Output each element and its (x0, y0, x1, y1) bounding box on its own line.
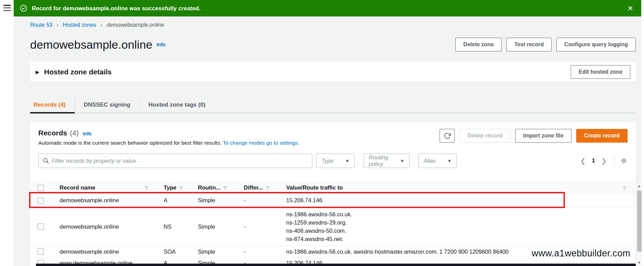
refresh-button[interactable] (440, 129, 455, 143)
chevron-right-icon: › (100, 22, 102, 28)
banner-message: Record for demowebsample.online was succ… (32, 5, 201, 12)
page-header: demowebsample.online Info Delete zone Te… (30, 38, 636, 51)
page-title: demowebsample.online (30, 38, 152, 51)
records-card: Records (4) Info Automatic mode is the c… (30, 122, 636, 266)
filter-column-icon[interactable]: ▽ (623, 185, 626, 190)
column-routing-policy[interactable]: Routin... (198, 184, 220, 191)
check-circle-icon (20, 4, 27, 12)
tab-dnssec-signing[interactable]: DNSSEC signing (75, 97, 139, 113)
hamburger-menu-icon[interactable] (3, 5, 11, 11)
page-info-link[interactable]: Info (156, 42, 165, 47)
alias-filter-dropdown[interactable]: Alias ▼ (418, 154, 457, 168)
records-header: Records (4) Info Automatic mode is the c… (30, 122, 636, 146)
table-row[interactable]: demowebsample.online A Simple - 15.206.7… (30, 194, 636, 207)
success-banner: Record for demowebsample.online was succ… (14, 0, 641, 16)
filter-records-input[interactable] (52, 158, 308, 164)
row-checkbox[interactable] (38, 197, 44, 204)
records-info-link[interactable]: Info (83, 131, 92, 136)
column-value[interactable]: Value/Route traffic to (286, 184, 343, 191)
main-area: Record for demowebsample.online was succ… (14, 0, 641, 266)
configure-query-logging-button[interactable]: Configure query logging (556, 38, 636, 51)
breadcrumb-hosted-zones[interactable]: Hosted zones (63, 22, 96, 28)
scrollbar-thumb[interactable] (637, 191, 642, 252)
records-actions: Delete record Import zone file Create re… (440, 129, 636, 143)
tab-hosted-zone-tags[interactable]: Hosted zone tags (0) (140, 97, 214, 113)
delete-zone-button[interactable]: Delete zone (455, 38, 502, 51)
tabs: Records (4) DNSSEC signing Hosted zone t… (30, 97, 636, 113)
route53-hosted-zone-page: Record for demowebsample.online was succ… (0, 0, 644, 266)
page-number[interactable]: 1 (592, 157, 595, 164)
sort-icon[interactable]: ▽ (145, 185, 148, 190)
create-record-button[interactable]: Create record (576, 129, 628, 143)
chevron-down-icon: ▼ (345, 158, 350, 164)
breadcrumb: Route 53 › Hosted zones › demowebsample.… (30, 16, 636, 32)
chevron-down-icon: ▼ (400, 158, 404, 164)
footer-bar (36, 264, 644, 266)
scroll-up-icon[interactable]: ▲ (637, 182, 641, 189)
settings-link[interactable]: To change modes go to settings. (223, 140, 299, 146)
hosted-zone-details-title[interactable]: Hosted zone details (44, 68, 112, 76)
routing-policy-filter-dropdown[interactable]: Routing policy ▼ (364, 154, 409, 168)
next-page-icon[interactable]: ❯ (601, 157, 607, 165)
table-row[interactable]: demowebsample.online NS Simple - ns-1986… (30, 207, 636, 246)
sort-icon[interactable]: ▽ (179, 185, 182, 190)
ns-values: ns-1986.awsdns-56.co.uk. ns-1259.awsdns-… (286, 207, 636, 246)
breadcrumb-route53[interactable]: Route 53 (30, 22, 52, 28)
search-box (38, 154, 312, 168)
watermark: www.a1webbuilder.com (532, 248, 630, 259)
table-header-row: Record name ▽ Type ▽ Routin... ▽ Diffe (30, 182, 636, 194)
vertical-scrollbar[interactable]: ▲ ▼ (636, 182, 642, 266)
search-icon (43, 158, 49, 164)
records-count: (4) (70, 129, 79, 137)
delete-record-button[interactable]: Delete record (459, 129, 510, 143)
tab-records[interactable]: Records (4) (30, 97, 75, 113)
breadcrumb-current: demowebsample.online (106, 22, 164, 28)
row-checkbox[interactable] (38, 223, 44, 230)
pagination: ❮ 1 ❯ (580, 156, 615, 166)
sort-icon[interactable]: ▽ (266, 185, 269, 190)
column-record-name[interactable]: Record name (60, 184, 96, 191)
close-icon[interactable]: × (628, 4, 633, 13)
sort-icon[interactable]: ▽ (224, 185, 227, 190)
left-nav-strip (0, 0, 14, 266)
column-differentiator[interactable]: Differ... (244, 184, 263, 191)
page-actions: Delete zone Test record Configure query … (455, 38, 636, 51)
scroll-down-icon[interactable]: ▼ (637, 259, 641, 266)
divider (614, 156, 615, 166)
edit-hosted-zone-button[interactable]: Edit hosted zone (571, 65, 630, 79)
records-description: Automatic mode is the current search beh… (38, 140, 299, 146)
records-heading-block: Records (4) Info Automatic mode is the c… (38, 129, 299, 146)
records-title: Records (38, 129, 67, 137)
test-record-button[interactable]: Test record (506, 38, 552, 51)
select-all-checkbox[interactable] (38, 185, 44, 191)
column-type[interactable]: Type (164, 184, 176, 191)
settings-gear-icon[interactable] (620, 157, 628, 165)
row-checkbox[interactable] (38, 249, 44, 255)
hosted-zone-details-panel: ▶ Hosted zone details Edit hosted zone (30, 62, 636, 82)
chevron-right-icon: › (56, 22, 59, 28)
expand-caret-icon[interactable]: ▶ (36, 69, 39, 75)
import-zone-file-button[interactable]: Import zone file (515, 129, 571, 143)
filter-row: Type ▼ Routing policy ▼ Alias ▼ ❮ 1 ❯ (30, 154, 636, 168)
content: Route 53 › Hosted zones › demowebsample.… (14, 16, 641, 266)
refresh-icon (444, 132, 451, 140)
previous-page-icon[interactable]: ❮ (580, 157, 586, 165)
chevron-down-icon: ▼ (447, 158, 452, 164)
type-filter-dropdown[interactable]: Type ▼ (316, 154, 355, 168)
